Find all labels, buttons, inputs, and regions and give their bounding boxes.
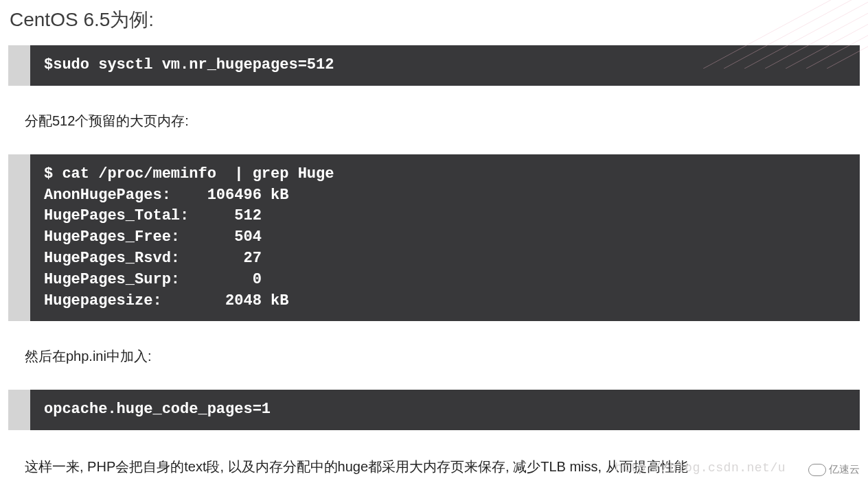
section-heading: CentOS 6.5为例: [0, 0, 868, 45]
code-block-meminfo: $ cat /proc/meminfo | grep Huge AnonHuge… [8, 154, 860, 322]
code-block-sysctl: $sudo sysctl vm.nr_hugepages=512 [8, 45, 860, 86]
watermark-brand-logo: 亿速云 [808, 463, 860, 476]
paragraph-allocate: 分配512个预留的大页内存: [0, 110, 868, 131]
paragraph-phpini: 然后在php.ini中加入: [0, 346, 868, 366]
cloud-icon [808, 464, 826, 476]
code-block-opcache: opcache.huge_code_pages=1 [8, 390, 860, 430]
watermark-brand-text: 亿速云 [829, 463, 860, 476]
paragraph-conclusion: 这样一来, PHP会把自身的text段, 以及内存分配中的huge都采用大内存页… [0, 456, 868, 477]
